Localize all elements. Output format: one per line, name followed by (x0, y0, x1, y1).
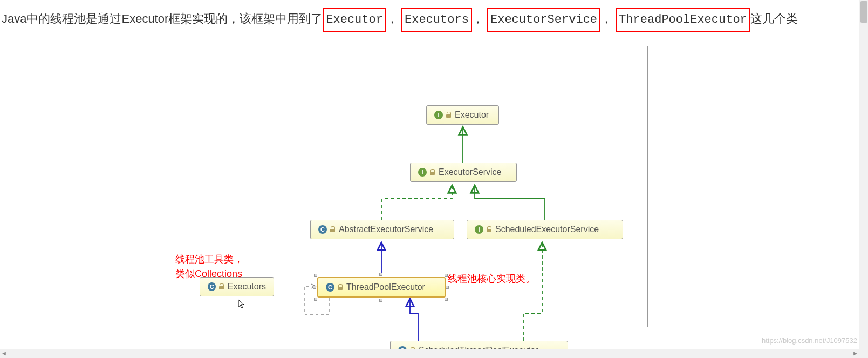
horizontal-scrollbar[interactable] (0, 349, 868, 358)
lock-icon (487, 226, 492, 233)
selection-handle[interactable] (314, 298, 317, 301)
node-executor[interactable]: I Executor (426, 105, 499, 125)
annotation-threadpoolexecutor: 线程池核心实现类。 (448, 272, 535, 286)
selection-handle[interactable] (314, 274, 317, 277)
selection-handle[interactable] (313, 286, 316, 289)
node-label: Executor (455, 110, 489, 120)
class-icon: C (208, 282, 216, 291)
selection-handle[interactable] (379, 273, 382, 276)
selection-handle[interactable] (445, 298, 448, 301)
interface-icon: I (434, 111, 443, 119)
interface-icon: I (418, 168, 427, 177)
boxed-executor: Executor (323, 8, 386, 32)
vertical-divider (647, 46, 648, 327)
interface-icon: I (475, 225, 483, 234)
lock-icon (330, 226, 336, 233)
node-label: Executors (228, 282, 266, 292)
node-abstractexecutorservice[interactable]: C AbstractExecutorService (310, 220, 454, 239)
scrollbar-thumb[interactable] (860, 1, 867, 23)
class-icon: C (326, 283, 334, 292)
header-sentence: Java中的线程池是通过Executor框架实现的，该框架中用到了Executo… (2, 8, 798, 32)
node-label: ExecutorService (439, 167, 502, 177)
lock-icon (219, 283, 224, 290)
header-prefix: Java中的线程池是通过Executor框架实现的，该框架中用到了 (2, 12, 323, 25)
boxed-threadpoolexecutor: ThreadPoolExecutor (616, 8, 750, 32)
boxed-executors: Executors (401, 8, 472, 32)
vertical-scrollbar[interactable] (859, 0, 868, 349)
watermark: https://blog.csdn.net/J1097532 (762, 336, 857, 345)
class-icon: C (318, 225, 327, 234)
annotation-executors: 线程池工具类， 类似Collections (175, 252, 243, 281)
uml-diagram[interactable]: I Executor I ExecutorService C AbstractE… (0, 46, 647, 337)
header-suffix: 这几个类 (750, 12, 798, 25)
node-executorservice[interactable]: I ExecutorService (410, 163, 517, 182)
selection-handle[interactable] (379, 299, 382, 302)
lock-icon (446, 112, 452, 118)
node-scheduledexecutorservice[interactable]: I ScheduledExecutorService (467, 220, 623, 239)
lock-icon (338, 284, 343, 291)
node-label: AbstractExecutorService (339, 225, 433, 234)
node-label: ScheduledExecutorService (495, 225, 599, 234)
node-label: ThreadPoolExecutor (346, 282, 425, 292)
boxed-executorservice: ExecutorService (487, 8, 600, 32)
mouse-cursor-icon (237, 299, 246, 309)
connector-lines (0, 46, 647, 358)
node-threadpoolexecutor[interactable]: C ThreadPoolExecutor (317, 277, 446, 298)
lock-icon (430, 169, 435, 175)
